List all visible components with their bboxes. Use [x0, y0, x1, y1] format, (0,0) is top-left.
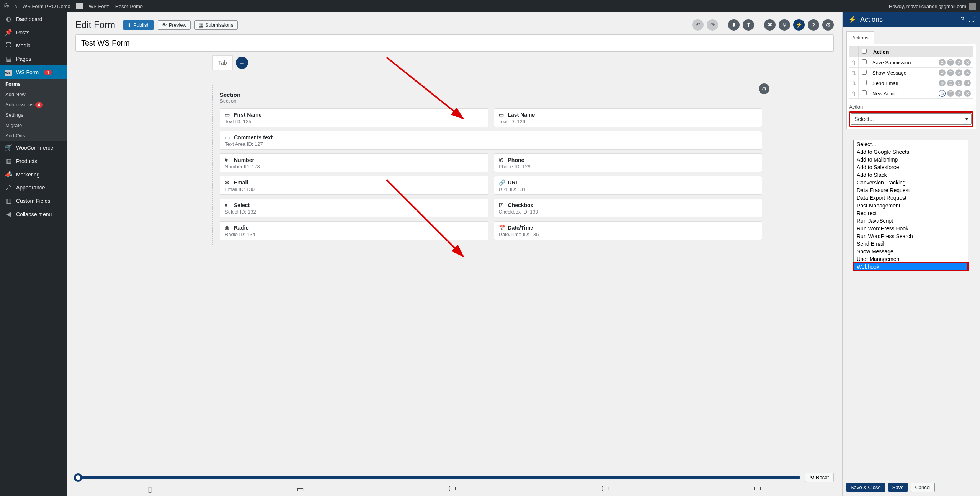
sidebar-item-marketing[interactable]: 📣Marketing — [0, 168, 67, 181]
field-email[interactable]: ✉EmailEmail ID: 130 — [220, 176, 488, 195]
fork-icon[interactable]: ⑂ — [779, 19, 790, 31]
delete-icon[interactable]: ✕ — [964, 59, 971, 66]
option-webhook[interactable]: Webhook — [854, 263, 968, 271]
wp-logo-icon[interactable]: ⓦ — [4, 3, 9, 10]
redo-icon[interactable]: ↷ — [707, 19, 718, 31]
option-run-wordpress-hook[interactable]: Run WordPress Hook — [854, 225, 968, 232]
row-check[interactable] — [862, 90, 867, 95]
device-large-icon[interactable]: 🖵 — [754, 485, 761, 494]
option-show-message[interactable]: Show Message — [854, 248, 968, 255]
option-user-management[interactable]: User Management — [854, 255, 968, 263]
sidebar-sub-submissions[interactable]: Submissions4 — [0, 100, 67, 110]
option-select-[interactable]: Select... — [854, 140, 968, 148]
disable-icon[interactable]: ⊘ — [956, 80, 962, 86]
submissions-button[interactable]: ▦Submissions — [194, 20, 238, 30]
sidebar-sub-settings[interactable]: Settings — [0, 110, 67, 120]
actions-tab[interactable]: Actions — [846, 31, 874, 44]
device-laptop-icon[interactable]: 🖵 — [449, 485, 456, 494]
field-select[interactable]: ▾SelectSelect ID: 132 — [220, 199, 488, 217]
row-check[interactable] — [862, 70, 867, 75]
check-all-header[interactable] — [859, 46, 870, 57]
action-row[interactable]: ⇅Save Submission⚙❐⊘✕ — [849, 57, 973, 68]
actions-icon[interactable]: ⚡ — [793, 19, 805, 31]
breakpoint-slider[interactable] — [75, 476, 800, 479]
device-desktop-icon[interactable]: 🖵 — [601, 485, 609, 494]
clone-icon[interactable]: ❐ — [947, 59, 954, 66]
sidebar-item-ws-form[interactable]: WS:WS Form4 — [0, 65, 67, 79]
sidebar-item-posts[interactable]: 📌Posts — [0, 26, 67, 39]
sidebar-item-media[interactable]: 🎞Media — [0, 39, 67, 52]
clone-icon[interactable]: ❐ — [947, 80, 954, 86]
option-redirect[interactable]: Redirect — [854, 209, 968, 217]
tab-settings-icon[interactable]: ⚙ — [759, 83, 769, 94]
field-date/time[interactable]: 📅Date/TimeDate/Time ID: 135 — [494, 221, 763, 240]
disable-icon[interactable]: ⊘ — [956, 90, 962, 97]
sidebar-item-appearance[interactable]: 🖌Appearance — [0, 181, 67, 194]
site-name[interactable]: WS Form PRO Demo — [23, 3, 70, 9]
sidebar-sub-add-ons[interactable]: Add-Ons — [0, 131, 67, 141]
sidebar-item-dashboard[interactable]: ◐Dashboard — [0, 12, 67, 26]
delete-icon[interactable]: ✕ — [964, 69, 971, 76]
action-row[interactable]: ⇅Send Email⚙❐⊘✕ — [849, 78, 973, 88]
slider-knob[interactable] — [74, 473, 82, 482]
drag-handle-icon[interactable]: ⇅ — [849, 88, 859, 99]
delete-icon[interactable]: ✕ — [964, 90, 971, 97]
field-comments-text[interactable]: ▭Comments textText Area ID: 127 — [220, 131, 762, 150]
action-select[interactable]: Select... ▾ — [851, 113, 972, 125]
option-data-erasure-request[interactable]: Data Erasure Request — [854, 186, 968, 194]
field-checkbox[interactable]: ☑CheckboxCheckbox ID: 133 — [494, 199, 763, 217]
form-tab[interactable]: Tab — [212, 55, 233, 70]
cancel-button[interactable]: Cancel — [911, 483, 934, 492]
reset-button[interactable]: ⟲Reset — [805, 473, 834, 482]
drag-handle-icon[interactable]: ⇅ — [849, 78, 859, 88]
form-name-input[interactable] — [75, 34, 834, 52]
field-phone[interactable]: ✆PhonePhone ID: 129 — [494, 153, 763, 172]
sidebar-item-pages[interactable]: ▤Pages — [0, 52, 67, 65]
reset-demo-link[interactable]: Reset Demo — [115, 3, 143, 9]
option-data-export-request[interactable]: Data Export Request — [854, 194, 968, 202]
download-icon[interactable]: ⬇ — [728, 19, 740, 31]
option-conversion-tracking[interactable]: Conversion Tracking — [854, 179, 968, 186]
wsform-menu[interactable]: WS Form — [89, 3, 110, 9]
option-send-email[interactable]: Send Email — [854, 240, 968, 248]
save-button[interactable]: Save — [888, 483, 908, 492]
option-add-to-salesforce[interactable]: Add to Salesforce — [854, 163, 968, 171]
panel-help-icon[interactable]: ? — [961, 16, 964, 23]
option-add-to-slack[interactable]: Add to Slack — [854, 171, 968, 179]
sidebar-sub-forms[interactable]: Forms — [0, 79, 67, 89]
device-mobile-icon[interactable]: ▯ — [148, 485, 152, 494]
edit-icon[interactable]: ⚙ — [939, 59, 946, 66]
section-container[interactable]: Section Section ▭First NameText ID: 125▭… — [212, 85, 769, 245]
sidebar-sub-add-new[interactable]: Add New — [0, 89, 67, 100]
drag-handle-icon[interactable]: ⇅ — [849, 57, 859, 68]
edit-icon[interactable]: ⚙ — [939, 69, 946, 76]
disable-icon[interactable]: ⊘ — [956, 69, 962, 76]
option-run-wordpress-search[interactable]: Run WordPress Search — [854, 232, 968, 240]
field-last-name[interactable]: ▭Last NameText ID: 126 — [494, 108, 763, 127]
clone-icon[interactable]: ❐ — [947, 69, 954, 76]
sidebar-sub-migrate[interactable]: Migrate — [0, 120, 67, 131]
panel-expand-icon[interactable]: ⛶ — [968, 16, 975, 23]
sidebar-item-products[interactable]: ▦Products — [0, 154, 67, 168]
add-tab-button[interactable]: ＋ — [236, 57, 248, 69]
sidebar-item-woocommerce[interactable]: 🛒WooCommerce — [0, 141, 67, 154]
field-url[interactable]: 🔗URLURL ID: 131 — [494, 176, 763, 195]
undo-icon[interactable]: ↶ — [692, 19, 704, 31]
help-icon[interactable]: ? — [808, 19, 819, 31]
home-icon[interactable]: ⌂ — [14, 3, 17, 9]
save-close-button[interactable]: Save & Close — [846, 483, 885, 492]
row-check[interactable] — [862, 59, 867, 64]
action-row[interactable]: ⇅Show Message⚙❐⊘✕ — [849, 68, 973, 78]
howdy-text[interactable]: Howdy, maverickandrii@gmail.com — [889, 3, 966, 9]
field-number[interactable]: #NumberNumber ID: 128 — [220, 153, 488, 172]
option-run-javascript[interactable]: Run JavaScript — [854, 217, 968, 225]
option-post-management[interactable]: Post Management — [854, 202, 968, 209]
row-check[interactable] — [862, 80, 867, 85]
option-add-to-mailchimp[interactable]: Add to Mailchimp — [854, 156, 968, 163]
tools-icon[interactable]: ✖ — [764, 19, 776, 31]
clone-icon[interactable]: ❐ — [947, 90, 954, 97]
sidebar-item-custom-fields[interactable]: ▥Custom Fields — [0, 194, 67, 207]
action-row[interactable]: ⇅New Action⚙❐⊘✕ — [849, 88, 973, 99]
action-dropdown[interactable]: Select...Add to Google SheetsAdd to Mail… — [853, 140, 968, 271]
check-all[interactable] — [862, 49, 867, 54]
